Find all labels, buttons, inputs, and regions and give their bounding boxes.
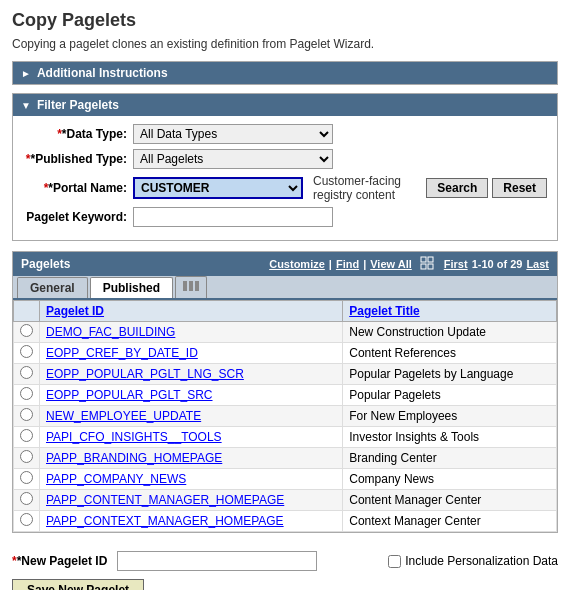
svg-rect-4 bbox=[183, 281, 187, 291]
row-radio[interactable] bbox=[20, 513, 33, 526]
row-radio[interactable] bbox=[20, 471, 33, 484]
pagelet-id-link[interactable]: PAPI_CFO_INSIGHTS__TOOLS bbox=[46, 430, 222, 444]
row-radio[interactable] bbox=[20, 366, 33, 379]
svg-rect-1 bbox=[428, 257, 433, 262]
table-row: NEW_EMPLOYEE_UPDATE For New Employees bbox=[14, 406, 557, 427]
row-pagelet-title: Popular Pagelets by Language bbox=[343, 364, 557, 385]
row-pagelet-id: EOPP_CREF_BY_DATE_ID bbox=[40, 343, 343, 364]
include-personalization: Include Personalization Data bbox=[388, 554, 558, 568]
tab-published[interactable]: Published bbox=[90, 277, 173, 298]
row-pagelet-title: Context Manager Center bbox=[343, 511, 557, 532]
filter-body: **Data Type: All Data Types PeopleSoft H… bbox=[13, 116, 557, 240]
col-select bbox=[14, 301, 40, 322]
col-pagelet-title[interactable]: Pagelet Title bbox=[343, 301, 557, 322]
reset-button[interactable]: Reset bbox=[492, 178, 547, 198]
row-radio-cell bbox=[14, 427, 40, 448]
page-title: Copy Pagelets bbox=[12, 10, 558, 31]
new-pagelet-input[interactable] bbox=[117, 551, 317, 571]
row-radio[interactable] bbox=[20, 345, 33, 358]
row-pagelet-title: Content Manager Center bbox=[343, 490, 557, 511]
instructions-collapse-icon: ► bbox=[21, 68, 31, 79]
row-radio-cell bbox=[14, 469, 40, 490]
published-type-select[interactable]: All Pagelets Published Unpublished bbox=[133, 149, 333, 169]
table-row: PAPP_BRANDING_HOMEPAGE Branding Center bbox=[14, 448, 557, 469]
customize-link[interactable]: Customize bbox=[269, 258, 325, 270]
pagelet-id-link[interactable]: EOPP_CREF_BY_DATE_ID bbox=[46, 346, 198, 360]
pagelets-header: Pagelets Customize | Find | View All Fir… bbox=[13, 252, 557, 276]
row-pagelet-title: Company News bbox=[343, 469, 557, 490]
pagination: First 1-10 of 29 Last bbox=[444, 258, 549, 270]
table-row: EOPP_CREF_BY_DATE_ID Content References bbox=[14, 343, 557, 364]
portal-name-select[interactable]: CUSTOMER EMPLOYEE PARTNER bbox=[133, 177, 303, 199]
svg-rect-0 bbox=[421, 257, 426, 262]
row-pagelet-id: DEMO_FAC_BUILDING bbox=[40, 322, 343, 343]
pagelet-id-link[interactable]: EOPP_POPULAR_PGLT_SRC bbox=[46, 388, 213, 402]
pagelet-keyword-row: Pagelet Keyword: bbox=[23, 207, 547, 227]
row-pagelet-id: PAPP_CONTEXT_MANAGER_HOMEPAGE bbox=[40, 511, 343, 532]
include-personalization-checkbox[interactable] bbox=[388, 555, 401, 568]
pagination-range: 1-10 of 29 bbox=[472, 258, 523, 270]
row-pagelet-id: PAPP_BRANDING_HOMEPAGE bbox=[40, 448, 343, 469]
col-pagelet-id[interactable]: Pagelet ID bbox=[40, 301, 343, 322]
portal-name-label: **Portal Name: bbox=[23, 181, 133, 195]
svg-rect-3 bbox=[428, 264, 433, 269]
svg-rect-6 bbox=[195, 281, 199, 291]
row-radio[interactable] bbox=[20, 450, 33, 463]
svg-rect-2 bbox=[421, 264, 426, 269]
instructions-header[interactable]: ► Additional Instructions bbox=[13, 62, 557, 84]
table-row: EOPP_POPULAR_PGLT_SRC Popular Pagelets bbox=[14, 385, 557, 406]
row-pagelet-id: NEW_EMPLOYEE_UPDATE bbox=[40, 406, 343, 427]
row-radio-cell bbox=[14, 448, 40, 469]
last-link[interactable]: Last bbox=[526, 258, 549, 270]
row-radio[interactable] bbox=[20, 324, 33, 337]
bottom-section: **New Pagelet ID Include Personalization… bbox=[12, 543, 558, 579]
pagelets-toolbar: Customize | Find | View All First 1-10 o… bbox=[269, 256, 549, 272]
view-all-link[interactable]: View All bbox=[370, 258, 412, 270]
table-row: PAPP_CONTENT_MANAGER_HOMEPAGE Content Ma… bbox=[14, 490, 557, 511]
pagelet-id-link[interactable]: NEW_EMPLOYEE_UPDATE bbox=[46, 409, 201, 423]
first-link[interactable]: First bbox=[444, 258, 468, 270]
row-pagelet-id: PAPP_CONTENT_MANAGER_HOMEPAGE bbox=[40, 490, 343, 511]
row-pagelet-title: Popular Pagelets bbox=[343, 385, 557, 406]
row-radio[interactable] bbox=[20, 408, 33, 421]
pagelet-id-link[interactable]: DEMO_FAC_BUILDING bbox=[46, 325, 175, 339]
tab-general[interactable]: General bbox=[17, 277, 88, 298]
pagelet-keyword-input[interactable] bbox=[133, 207, 333, 227]
pagelets-table: Pagelet ID Pagelet Title DEMO_FAC_BUILDI… bbox=[13, 300, 557, 532]
columns-icon bbox=[182, 280, 200, 292]
pagelet-id-link[interactable]: PAPP_CONTENT_MANAGER_HOMEPAGE bbox=[46, 493, 284, 507]
search-button[interactable]: Search bbox=[426, 178, 488, 198]
pagelet-id-link[interactable]: PAPP_COMPANY_NEWS bbox=[46, 472, 186, 486]
row-radio[interactable] bbox=[20, 492, 33, 505]
find-link[interactable]: Find bbox=[336, 258, 359, 270]
row-radio-cell bbox=[14, 511, 40, 532]
row-pagelet-title: Branding Center bbox=[343, 448, 557, 469]
published-type-control: All Pagelets Published Unpublished bbox=[133, 149, 547, 169]
row-radio[interactable] bbox=[20, 429, 33, 442]
portal-description: Customer-facing registry content bbox=[313, 174, 422, 202]
tab-extra-icon[interactable] bbox=[175, 276, 207, 298]
row-radio-cell bbox=[14, 343, 40, 364]
row-pagelet-title: For New Employees bbox=[343, 406, 557, 427]
row-pagelet-id: EOPP_POPULAR_PGLT_LNG_SCR bbox=[40, 364, 343, 385]
instructions-section: ► Additional Instructions bbox=[12, 61, 558, 85]
page-description: Copying a pagelet clones an existing def… bbox=[12, 37, 558, 51]
row-radio-cell bbox=[14, 322, 40, 343]
save-button[interactable]: Save New Pagelet bbox=[12, 579, 144, 590]
save-row: Save New Pagelet bbox=[12, 579, 558, 590]
data-type-select[interactable]: All Data Types PeopleSoft HTML URL Free … bbox=[133, 124, 333, 144]
row-radio[interactable] bbox=[20, 387, 33, 400]
pagelet-id-link[interactable]: PAPP_CONTEXT_MANAGER_HOMEPAGE bbox=[46, 514, 284, 528]
pagelet-id-link[interactable]: EOPP_POPULAR_PGLT_LNG_SCR bbox=[46, 367, 244, 381]
instructions-label: Additional Instructions bbox=[37, 66, 168, 80]
filter-header: ▼ Filter Pagelets bbox=[13, 94, 557, 116]
pagelet-id-link[interactable]: PAPP_BRANDING_HOMEPAGE bbox=[46, 451, 222, 465]
published-type-row: **Published Type: All Pagelets Published… bbox=[23, 149, 547, 169]
grid-icon bbox=[420, 256, 436, 270]
portal-name-row: **Portal Name: CUSTOMER EMPLOYEE PARTNER… bbox=[23, 174, 547, 202]
row-radio-cell bbox=[14, 385, 40, 406]
row-pagelet-title: New Construction Update bbox=[343, 322, 557, 343]
new-pagelet-label: **New Pagelet ID bbox=[12, 554, 107, 568]
svg-rect-5 bbox=[189, 281, 193, 291]
row-radio-cell bbox=[14, 364, 40, 385]
